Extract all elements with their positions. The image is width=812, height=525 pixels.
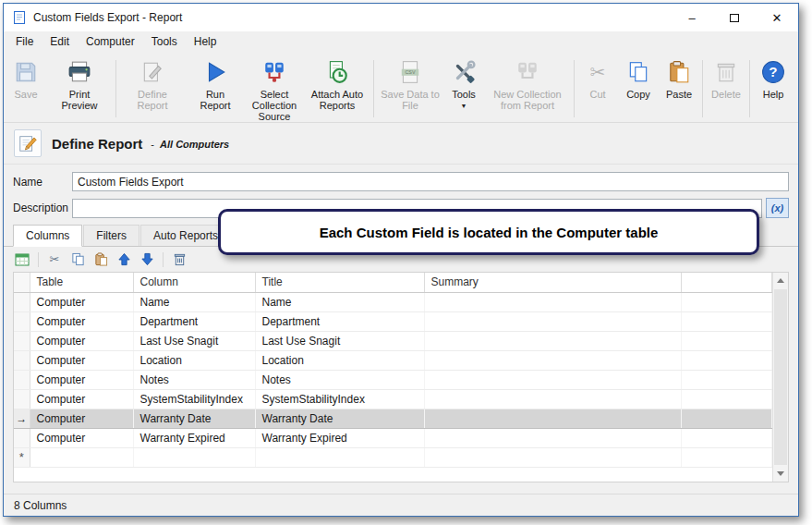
- select-collection-source-label: Select Collection Source: [248, 89, 300, 122]
- choose-columns-button[interactable]: [13, 250, 31, 269]
- table-row[interactable]: Computer Last Use Snagit Last Use Snagit: [14, 331, 772, 350]
- menu-help[interactable]: Help: [186, 32, 225, 51]
- delete-button: Delete: [706, 55, 746, 102]
- scroll-up-button[interactable]: [773, 273, 788, 288]
- expression-button[interactable]: (x): [766, 198, 789, 218]
- section-separator: -: [151, 139, 154, 150]
- copy-button[interactable]: Copy: [618, 55, 659, 102]
- trash-icon: [714, 58, 738, 86]
- status-bar: 8 Columns: [4, 494, 798, 516]
- run-report-label: Run Report: [189, 89, 241, 111]
- save-data-to-file-label: Save Data to File: [381, 89, 440, 111]
- close-button[interactable]: ✕: [756, 4, 798, 31]
- move-column-down-button[interactable]: [138, 250, 156, 269]
- collection-source-icon: [262, 58, 286, 86]
- new-collection-from-report-button: New Collection from Report: [484, 55, 571, 113]
- cut-column-button[interactable]: ✂: [45, 250, 64, 269]
- define-report-label: Define Report: [123, 89, 182, 111]
- columns-table: Table Column Title Summary Computer Name…: [14, 273, 772, 468]
- callout-text: Each Custom Field is located in the Comp…: [320, 225, 659, 240]
- window-title: Custom Fields Export - Report: [33, 11, 182, 24]
- table-row[interactable]: Computer Department Department: [14, 311, 772, 331]
- auto-reports-icon: [325, 58, 349, 86]
- table-row[interactable]: Computer Notes Notes: [14, 370, 772, 389]
- pencil-notepad-icon: [14, 129, 42, 157]
- run-report-button[interactable]: Run Report: [186, 55, 245, 113]
- vertical-scrollbar[interactable]: [772, 273, 788, 482]
- copy-column-button[interactable]: [68, 250, 87, 269]
- section-title: Define Report: [52, 136, 142, 152]
- svg-text:?: ?: [769, 64, 777, 79]
- copy-icon: [626, 58, 650, 86]
- cut-label: Cut: [589, 89, 605, 100]
- minimize-icon: –: [688, 11, 695, 25]
- copy-label: Copy: [626, 89, 650, 100]
- scrollbar-track[interactable]: [773, 288, 788, 466]
- delete-column-button[interactable]: [170, 250, 188, 269]
- row-selector-header: [14, 273, 30, 292]
- name-input[interactable]: [72, 172, 789, 191]
- paste-button[interactable]: Paste: [659, 55, 699, 102]
- save-data-to-file-button: CSV Save Data to File: [377, 55, 443, 113]
- app-window: Custom Fields Export - Report – ✕ File E…: [3, 3, 799, 517]
- tools-icon: [452, 58, 476, 86]
- maximize-button[interactable]: [713, 4, 756, 31]
- table-row[interactable]: Computer Name Name: [14, 292, 772, 311]
- paste-column-button[interactable]: [91, 250, 110, 269]
- menu-tools[interactable]: Tools: [143, 32, 186, 51]
- move-column-up-button[interactable]: [115, 250, 133, 269]
- title-bar: Custom Fields Export - Report – ✕: [4, 4, 798, 31]
- table-row[interactable]: Computer SystemStabilityIndex SystemStab…: [14, 389, 772, 409]
- column-header-filler: [681, 273, 772, 292]
- tab-filters[interactable]: Filters: [83, 225, 139, 246]
- scroll-down-button[interactable]: [773, 466, 788, 482]
- scroll-up-icon: [777, 278, 784, 283]
- define-report-icon: [140, 58, 164, 86]
- print-preview-button[interactable]: Print Preview: [46, 55, 113, 113]
- select-collection-source-button[interactable]: Select Collection Source: [245, 55, 304, 123]
- minimize-button[interactable]: –: [671, 4, 713, 31]
- name-label: Name: [13, 176, 72, 189]
- annotation-callout: Each Custom Field is located in the Comp…: [218, 209, 759, 255]
- close-icon: ✕: [772, 11, 782, 25]
- scrollbar-thumb[interactable]: [774, 289, 787, 465]
- help-icon: ?: [761, 58, 785, 86]
- tools-label: Tools: [452, 89, 476, 100]
- help-label: Help: [763, 89, 784, 100]
- column-header-column[interactable]: Column: [133, 273, 255, 292]
- menu-computer[interactable]: Computer: [78, 32, 143, 51]
- paste-label: Paste: [666, 89, 692, 100]
- new-collection-from-report-label: New Collection from Report: [488, 89, 567, 111]
- toolbar-separator: [163, 252, 164, 267]
- table-row[interactable]: Computer Location Location: [14, 350, 772, 370]
- menu-edit[interactable]: Edit: [42, 32, 78, 51]
- table-row[interactable]: Computer Warranty Expired Warranty Expir…: [14, 428, 772, 447]
- attach-auto-reports-button[interactable]: Attach Auto Reports: [304, 55, 370, 113]
- help-button[interactable]: ? Help: [753, 55, 794, 102]
- run-icon: [203, 58, 227, 86]
- columns-grid: Table Column Title Summary Computer Name…: [13, 272, 789, 482]
- new-row[interactable]: *: [14, 447, 772, 467]
- menu-file[interactable]: File: [7, 32, 42, 51]
- cut-icon: ✂: [50, 252, 60, 266]
- column-header-title[interactable]: Title: [255, 273, 424, 292]
- tab-columns[interactable]: Columns: [13, 225, 82, 247]
- attach-auto-reports-label: Attach Auto Reports: [308, 89, 367, 111]
- toolbar-separator: [574, 60, 575, 117]
- save-icon: [14, 58, 38, 86]
- column-header-summary[interactable]: Summary: [424, 273, 681, 292]
- svg-text:CSV: CSV: [405, 69, 416, 75]
- save-label: Save: [14, 89, 37, 100]
- define-report-button: Define Report: [119, 55, 186, 113]
- menu-bar: File Edit Computer Tools Help: [4, 31, 798, 52]
- new-collection-icon: [515, 58, 539, 86]
- print-preview-label: Print Preview: [50, 89, 109, 111]
- table-row-selected[interactable]: → Computer Warranty Date Warranty Date: [14, 409, 772, 428]
- csv-file-icon: CSV: [398, 58, 422, 86]
- printer-icon: [67, 58, 91, 86]
- main-toolbar: Save Print Preview Define Report Run Rep…: [4, 52, 798, 123]
- description-label: Description: [13, 201, 72, 214]
- paste-icon: [667, 58, 691, 86]
- column-header-table[interactable]: Table: [30, 273, 133, 292]
- tools-button[interactable]: Tools ▼: [443, 55, 484, 114]
